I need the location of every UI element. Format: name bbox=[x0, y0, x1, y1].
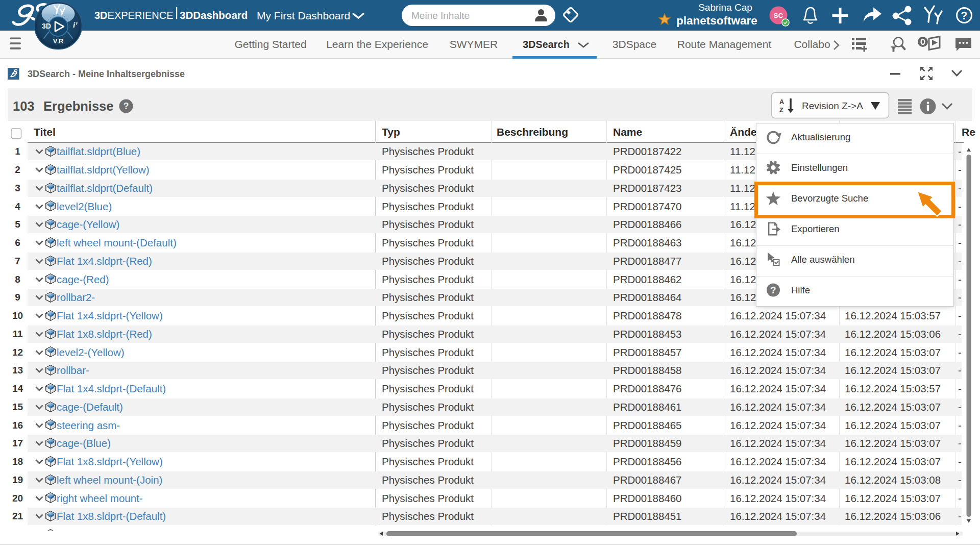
svg-text:103: 103 bbox=[13, 99, 35, 113]
svg-text:3DEXPERIENCE: 3DEXPERIENCE bbox=[94, 10, 174, 21]
svg-text:Alle auswählen: Alle auswählen bbox=[791, 254, 854, 265]
svg-text:Meine Inhalte: Meine Inhalte bbox=[411, 10, 470, 21]
svg-text:?: ? bbox=[771, 285, 776, 295]
svg-text:3DSpace: 3DSpace bbox=[612, 38, 656, 50]
svg-text:Exportieren: Exportieren bbox=[791, 223, 840, 234]
svg-text:Re: Re bbox=[962, 126, 975, 138]
svg-text:Titel: Titel bbox=[34, 126, 56, 138]
svg-text:My First Dashboard: My First Dashboard bbox=[257, 10, 350, 21]
svg-text:SC: SC bbox=[774, 12, 783, 19]
svg-text:Hilfe: Hilfe bbox=[791, 285, 810, 295]
svg-text:3D: 3D bbox=[42, 22, 51, 30]
svg-text:Getting Started: Getting Started bbox=[234, 38, 306, 50]
svg-text:planetsoftware: planetsoftware bbox=[676, 14, 757, 27]
svg-text:?: ? bbox=[961, 9, 967, 22]
svg-text:Revision Z->A: Revision Z->A bbox=[802, 101, 863, 111]
svg-text:Aktualisierung: Aktualisierung bbox=[791, 132, 850, 142]
svg-text:V.R: V.R bbox=[53, 37, 64, 45]
svg-text:Beschreibung: Beschreibung bbox=[497, 126, 568, 138]
svg-text:SWYMER: SWYMER bbox=[450, 38, 498, 50]
svg-text:Sabrina Cap: Sabrina Cap bbox=[698, 2, 752, 13]
svg-text:i’: i’ bbox=[73, 20, 78, 29]
svg-text:Ergebnisse: Ergebnisse bbox=[43, 99, 113, 113]
svg-text:?: ? bbox=[124, 101, 129, 111]
svg-text:Name: Name bbox=[613, 126, 642, 138]
svg-text:3DSearch - Meine Inhaltsergebn: 3DSearch - Meine Inhaltsergebnisse bbox=[28, 69, 185, 79]
svg-text:Z: Z bbox=[779, 107, 783, 114]
svg-text:Collabo: Collabo bbox=[794, 38, 830, 50]
svg-text:Typ: Typ bbox=[382, 126, 400, 138]
svg-text:Learn the Experience: Learn the Experience bbox=[326, 38, 428, 50]
svg-text:3DSearch: 3DSearch bbox=[523, 39, 570, 50]
svg-text:3DDashboard: 3DDashboard bbox=[180, 9, 248, 21]
svg-text:A: A bbox=[779, 98, 784, 106]
svg-text:Einstellungen: Einstellungen bbox=[791, 162, 848, 173]
svg-text:Route Management: Route Management bbox=[677, 38, 772, 50]
